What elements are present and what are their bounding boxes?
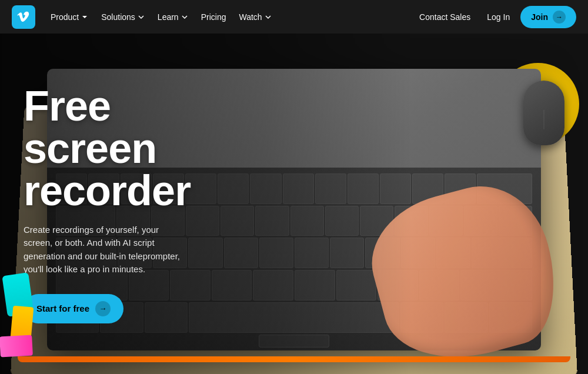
chevron-down-icon xyxy=(265,14,272,21)
nav-item-pricing[interactable]: Pricing xyxy=(195,9,232,25)
chevron-down-icon xyxy=(138,14,145,21)
nav-right-items: Contact Sales Log In Join → xyxy=(413,6,576,28)
cta-arrow-icon: → xyxy=(95,301,111,316)
pink-object xyxy=(0,335,33,358)
nav-item-learn[interactable]: Learn xyxy=(152,9,194,25)
nav-left-items: Product Solutions Learn Pricing Watch xyxy=(45,9,411,25)
nav-item-watch[interactable]: Watch xyxy=(233,9,277,25)
contact-sales-link[interactable]: Contact Sales xyxy=(413,9,476,25)
navbar: Product Solutions Learn Pricing Watch Co… xyxy=(0,0,588,34)
hero-content: Free screen recorder Create recordings o… xyxy=(0,34,247,374)
desk-edge xyxy=(18,356,570,362)
join-button[interactable]: Join → xyxy=(520,6,576,28)
log-in-link[interactable]: Log In xyxy=(481,9,516,25)
hero-title: Free screen recorder xyxy=(24,85,229,212)
start-for-free-button[interactable]: Start for free → xyxy=(24,294,123,323)
nav-item-product[interactable]: Product xyxy=(45,9,94,25)
chevron-down-icon xyxy=(81,14,88,21)
vimeo-logo[interactable] xyxy=(12,5,35,29)
yellow-object xyxy=(11,306,34,340)
join-arrow-icon: → xyxy=(553,11,566,24)
hero-section: Free screen recorder Create recordings o… xyxy=(0,34,588,374)
chevron-down-icon xyxy=(181,14,188,21)
hero-subtitle: Create recordings of yourself, your scre… xyxy=(24,223,188,276)
nav-item-solutions[interactable]: Solutions xyxy=(95,9,151,25)
